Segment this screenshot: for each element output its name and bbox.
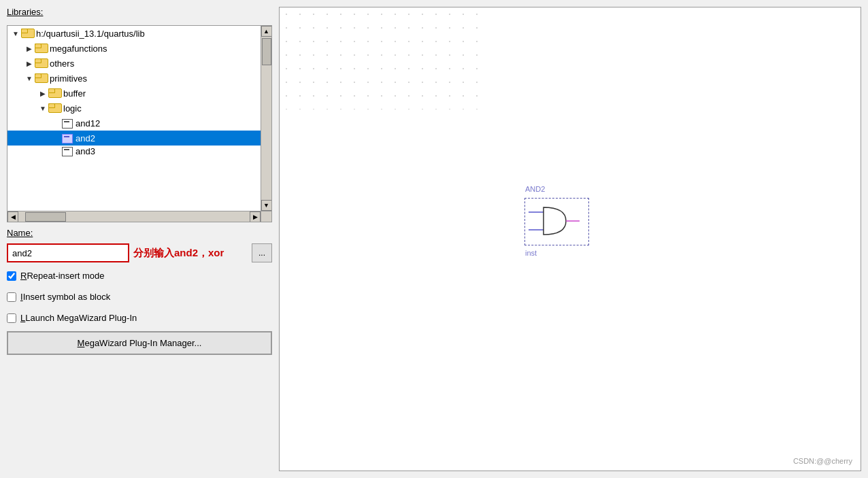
name-row: 分别输入and2，xor ... bbox=[7, 243, 272, 262]
and12-label: and12 bbox=[76, 118, 100, 129]
tree-toggle-buffer[interactable]: ▶ bbox=[37, 88, 48, 99]
megafunctions-folder-icon bbox=[35, 44, 47, 53]
dot-grid bbox=[280, 7, 484, 109]
tree-node-and2[interactable]: ▶ and2 bbox=[7, 131, 261, 146]
repeat-insert-label[interactable]: RRepeat-insert mode bbox=[20, 271, 105, 281]
tree-scroll-area: ▼ h:/quartusii_13.1/quartus/lib ▶ megafu… bbox=[7, 26, 261, 211]
and2-file-icon bbox=[62, 133, 73, 143]
launch-megawizard-checkbox[interactable] bbox=[7, 313, 16, 323]
and3-file-icon bbox=[62, 146, 73, 156]
tree-node-logic[interactable]: ▼ logic bbox=[7, 101, 261, 116]
tree-node-and12[interactable]: ▶ and12 bbox=[7, 116, 261, 131]
and12-file-icon bbox=[62, 118, 73, 129]
and2-bounding-box: AND2 inst bbox=[524, 198, 589, 245]
vertical-scrollbar[interactable]: ▲ ▼ bbox=[261, 26, 271, 211]
tree-node-buffer[interactable]: ▶ buffer bbox=[7, 86, 261, 101]
scroll-up-arrow[interactable]: ▲ bbox=[261, 26, 272, 37]
primitives-label: primitives bbox=[50, 73, 87, 84]
primitives-folder-icon bbox=[35, 73, 47, 83]
watermark: CSDN:@@cherry bbox=[793, 457, 852, 465]
tree-node-megafunctions[interactable]: ▶ megafunctions bbox=[7, 41, 261, 56]
root-folder-icon bbox=[21, 29, 33, 38]
tree-root-node[interactable]: ▼ h:/quartusii_13.1/quartus/lib bbox=[7, 26, 261, 41]
megafunctions-label: megafunctions bbox=[50, 44, 107, 54]
name-label: Name: bbox=[7, 228, 272, 238]
browse-button[interactable]: ... bbox=[252, 243, 272, 262]
repeat-insert-checkbox[interactable] bbox=[7, 271, 16, 281]
buffer-label: buffer bbox=[63, 88, 86, 99]
others-label: others bbox=[50, 58, 74, 69]
root-label: h:/quartusii_13.1/quartus/lib bbox=[36, 29, 145, 39]
megawizard-button[interactable]: MegaWizard Plug-In Manager... bbox=[7, 331, 272, 355]
libraries-label: Libraries: bbox=[7, 7, 272, 17]
tree-toggle-logic[interactable]: ▼ bbox=[37, 103, 48, 114]
tree-toggle-primitives[interactable]: ▼ bbox=[24, 73, 35, 84]
scroll-left-arrow[interactable]: ◀ bbox=[7, 211, 18, 222]
and3-label: and3 bbox=[76, 146, 95, 156]
name-annotation: 分别输入and2，xor bbox=[133, 247, 224, 260]
canvas-area: AND2 inst CSDN:@@cherry bbox=[279, 7, 861, 471]
tree-node-and3[interactable]: ▶ and3 bbox=[7, 146, 261, 156]
svg-rect-1 bbox=[280, 7, 484, 109]
scroll-track-v[interactable] bbox=[261, 37, 271, 200]
and2-gate-svg bbox=[529, 204, 580, 238]
tree-container[interactable]: ▼ h:/quartusii_13.1/quartus/lib ▶ megafu… bbox=[7, 25, 272, 222]
left-panel: Libraries: ▼ h:/quartusii_13.1/quartus/l… bbox=[0, 0, 279, 478]
logic-folder-icon bbox=[48, 103, 61, 113]
and2-label: and2 bbox=[76, 133, 95, 143]
tree-toggle-others[interactable]: ▶ bbox=[24, 58, 35, 69]
megawizard-btn-label: egaWizard Plug-In Manager... bbox=[84, 338, 201, 348]
insert-symbol-row[interactable]: IInsert symbol as block bbox=[7, 289, 272, 305]
insert-symbol-checkbox[interactable] bbox=[7, 292, 16, 302]
scroll-down-arrow[interactable]: ▼ bbox=[261, 200, 272, 211]
scroll-thumb-h[interactable] bbox=[25, 212, 66, 222]
name-section: Name: 分别输入and2，xor ... bbox=[7, 228, 272, 262]
tree-toggle-megafunctions[interactable]: ▶ bbox=[24, 43, 35, 54]
megawizard-btn-underline: M bbox=[78, 338, 85, 348]
and2-top-label: AND2 bbox=[525, 185, 545, 193]
launch-megawizard-label[interactable]: LLaunch MegaWizard Plug-In bbox=[20, 313, 137, 323]
name-input[interactable] bbox=[7, 243, 129, 262]
and2-component: AND2 inst bbox=[524, 198, 589, 245]
tree-node-others[interactable]: ▶ others bbox=[7, 56, 261, 71]
and2-bottom-label: inst bbox=[525, 249, 537, 257]
insert-symbol-label[interactable]: IInsert symbol as block bbox=[20, 292, 110, 302]
tree-node-primitives[interactable]: ▼ primitives bbox=[7, 71, 261, 86]
scroll-track-h[interactable] bbox=[18, 211, 250, 222]
tree-toggle-root[interactable]: ▼ bbox=[10, 28, 21, 39]
buffer-folder-icon bbox=[48, 88, 61, 98]
scroll-right-arrow[interactable]: ▶ bbox=[250, 211, 261, 222]
logic-label: logic bbox=[63, 103, 82, 114]
scroll-thumb-v[interactable] bbox=[262, 38, 271, 65]
others-folder-icon bbox=[35, 58, 47, 68]
scrollbar-corner bbox=[261, 211, 271, 222]
launch-megawizard-row[interactable]: LLaunch MegaWizard Plug-In bbox=[7, 310, 272, 326]
repeat-insert-row[interactable]: RRepeat-insert mode bbox=[7, 268, 272, 284]
horizontal-scrollbar[interactable]: ◀ ▶ bbox=[7, 211, 261, 222]
